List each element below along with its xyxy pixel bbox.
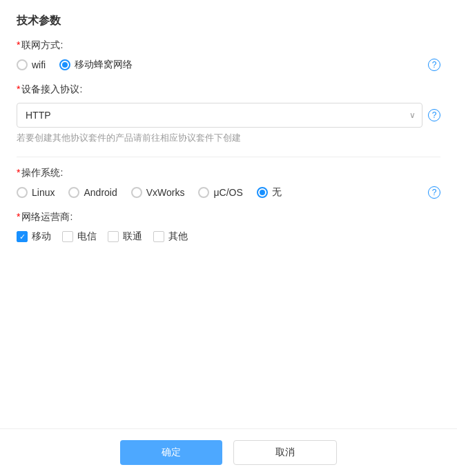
radio-label-cellular: 移动蜂窝网络 — [75, 59, 133, 71]
radio-circle-wifi — [17, 59, 28, 70]
protocol-help-icon[interactable]: ? — [428, 109, 440, 121]
radio-label-ucos: μC/OS — [213, 187, 242, 198]
protocol-field-group: *设备接入协议: HTTP MQTT CoAP ∨ ? 若要创建其他协议套件的产… — [17, 83, 440, 144]
protocol-hint: 若要创建其他协议套件的产品请前往相应协议套件下创建 — [17, 132, 440, 144]
radio-vxworks[interactable]: VxWorks — [131, 187, 185, 198]
checkbox-other[interactable]: 其他 — [153, 230, 188, 243]
network-help-icon[interactable]: ? — [428, 59, 440, 71]
radio-circle-cellular — [59, 59, 70, 70]
os-radio-group: Linux Android VxWorks μC/OS 无 — [17, 186, 282, 199]
checkbox-box-mobile — [17, 231, 28, 242]
radio-label-vxworks: VxWorks — [146, 187, 185, 198]
radio-circle-android — [68, 187, 79, 198]
radio-cellular[interactable]: 移动蜂窝网络 — [59, 59, 133, 71]
radio-linux[interactable]: Linux — [17, 187, 55, 198]
checkbox-box-telecom — [62, 231, 73, 242]
carrier-label: *网络运营商: — [17, 211, 440, 224]
radio-circle-vxworks — [131, 187, 142, 198]
required-star-network: * — [17, 39, 20, 50]
os-field-group: *操作系统: Linux Android VxWorks μC/OS — [17, 167, 440, 199]
radio-circle-none — [257, 187, 268, 198]
required-star-carrier: * — [17, 211, 20, 222]
radio-label-linux: Linux — [32, 187, 55, 198]
carrier-field-group: *网络运营商: 移动 电信 联通 其他 — [17, 211, 440, 243]
checkbox-label-mobile: 移动 — [32, 230, 51, 243]
radio-android[interactable]: Android — [68, 187, 117, 198]
checkbox-telecom[interactable]: 电信 — [62, 230, 97, 243]
protocol-select[interactable]: HTTP MQTT CoAP — [17, 103, 422, 128]
dialog-footer: 确定 取消 — [0, 428, 457, 476]
radio-label-none: 无 — [272, 186, 282, 199]
radio-label-android: Android — [84, 187, 117, 198]
protocol-label: *设备接入协议: — [17, 83, 440, 96]
os-label: *操作系统: — [17, 167, 440, 179]
checkbox-unicom[interactable]: 联通 — [108, 230, 142, 243]
checkbox-label-unicom: 联通 — [123, 230, 142, 243]
radio-wifi[interactable]: wifi — [17, 59, 46, 70]
radio-label-wifi: wifi — [32, 59, 46, 70]
os-help-icon[interactable]: ? — [428, 186, 440, 199]
required-star-os: * — [17, 167, 20, 178]
checkbox-label-telecom: 电信 — [77, 230, 97, 243]
dialog-body: 技术参数 *联网方式: wifi 移动蜂窝网络 ? *设备接入协议: — [0, 0, 457, 428]
checkbox-box-unicom — [108, 231, 119, 242]
radio-ucos[interactable]: μC/OS — [198, 187, 242, 198]
confirm-button[interactable]: 确定 — [120, 440, 222, 465]
radio-circle-linux — [17, 187, 28, 198]
network-field-group: *联网方式: wifi 移动蜂窝网络 ? — [17, 39, 440, 71]
os-row: Linux Android VxWorks μC/OS 无 — [17, 186, 440, 199]
section-title: 技术参数 — [17, 14, 440, 28]
network-row: wifi 移动蜂窝网络 ? — [17, 59, 440, 71]
divider — [17, 157, 440, 157]
protocol-select-wrapper: HTTP MQTT CoAP ∨ — [17, 103, 422, 128]
required-star-protocol: * — [17, 83, 20, 95]
radio-none[interactable]: 无 — [257, 186, 282, 199]
checkbox-box-other — [153, 231, 164, 242]
protocol-row: HTTP MQTT CoAP ∨ ? — [17, 103, 440, 128]
network-label: *联网方式: — [17, 39, 440, 52]
radio-circle-ucos — [198, 187, 209, 198]
cancel-button[interactable]: 取消 — [233, 440, 337, 465]
checkbox-label-other: 其他 — [168, 230, 188, 243]
network-radio-group: wifi 移动蜂窝网络 — [17, 59, 133, 71]
checkbox-mobile[interactable]: 移动 — [17, 230, 51, 243]
carrier-checkbox-group: 移动 电信 联通 其他 — [17, 230, 440, 243]
